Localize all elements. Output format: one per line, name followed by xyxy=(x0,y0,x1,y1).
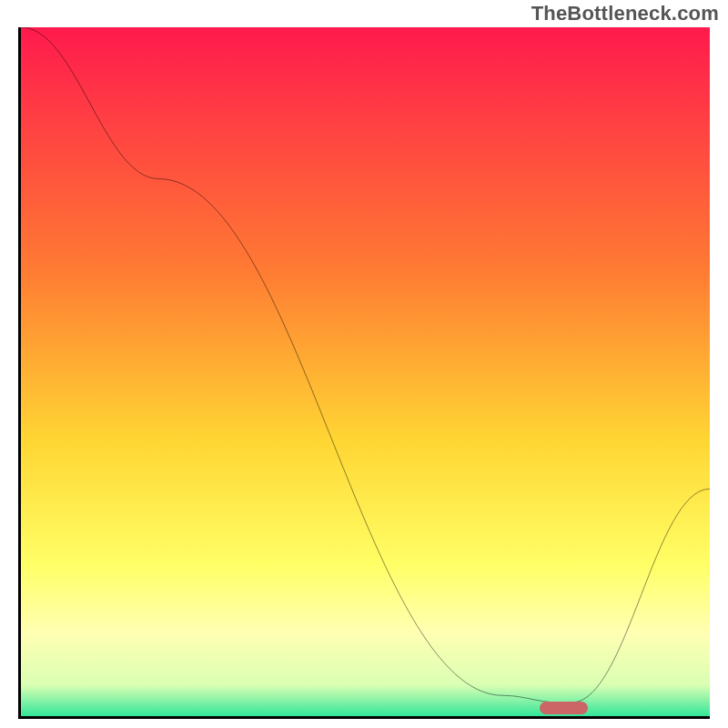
bottleneck-curve xyxy=(21,27,710,716)
watermark-text: TheBottleneck.com xyxy=(531,2,719,25)
plot-area xyxy=(18,27,710,719)
optimal-range-marker xyxy=(540,702,588,714)
chart-container: TheBottleneck.com xyxy=(0,0,728,728)
